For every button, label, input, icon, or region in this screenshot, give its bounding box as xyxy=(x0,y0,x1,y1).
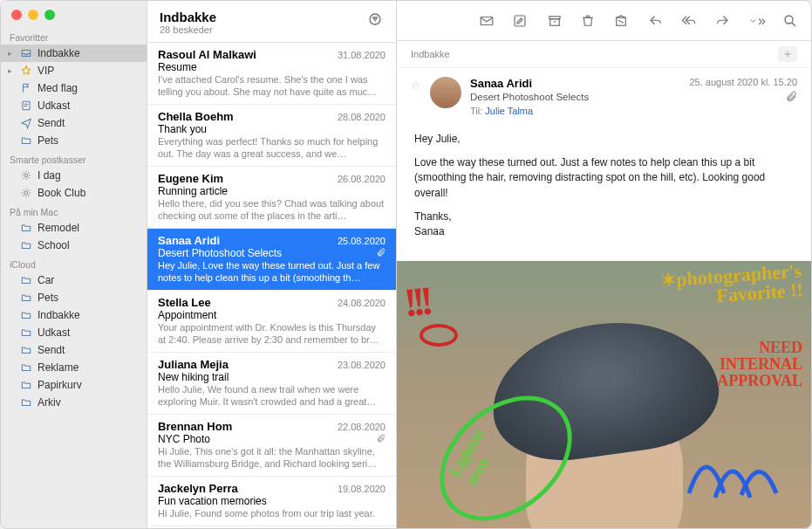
message-row[interactable]: Chella Boehm 28.08.2020 Thank you Everyt… xyxy=(147,105,396,167)
sidebar-item-remodel[interactable]: Remodel xyxy=(1,219,147,237)
sidebar-item-label: Pets xyxy=(38,134,58,147)
sidebar-item-papirkurv[interactable]: Papirkurv xyxy=(1,376,147,394)
sidebar-item-sendt[interactable]: Sendt xyxy=(1,114,147,132)
sidebar-item-i-dag[interactable]: I dag xyxy=(1,167,147,184)
chevron-right-icon[interactable]: ▸ xyxy=(8,66,15,75)
message-row[interactable]: Brennan Hom 22.08.2020 NYC Photo Hi Juli… xyxy=(147,415,396,477)
message-list-pane: Indbakke 28 beskeder Rasoul Al Malkawi 3… xyxy=(147,1,397,528)
inbox-icon xyxy=(20,47,32,59)
sidebar-item-indbakke[interactable]: Indbakke xyxy=(1,306,147,324)
message-subject: Appointment xyxy=(158,309,216,321)
attachment-icon xyxy=(376,248,386,259)
message-date: 23.08.2020 xyxy=(338,360,386,370)
folder-icon xyxy=(20,361,32,374)
reply-icon[interactable] xyxy=(647,12,665,30)
message-preview: Hey Julie, Love the way these turned out… xyxy=(158,259,386,284)
sidebar-item-indbakke[interactable]: ▸Indbakke xyxy=(1,45,147,62)
folder-icon xyxy=(20,326,32,339)
sidebar-item-med-flag[interactable]: Med flag xyxy=(1,79,147,97)
sidebar-item-label: VIP xyxy=(38,65,54,77)
mail-window: Favoritter▸Indbakke▸VIPMed flagUdkastSen… xyxy=(0,0,812,529)
sidebar-item-udkast[interactable]: Udkast xyxy=(1,97,147,114)
envelope-icon[interactable] xyxy=(478,12,495,30)
message-date: 24.08.2020 xyxy=(338,298,386,308)
sidebar-item-label: Reklame xyxy=(38,361,78,374)
more-icon[interactable]: » xyxy=(748,12,766,30)
close-window-button[interactable] xyxy=(11,10,22,20)
junk-icon[interactable] xyxy=(612,12,630,30)
sidebar-item-vip[interactable]: ▸VIP xyxy=(1,62,147,79)
message-sender: Eugene Kim xyxy=(158,172,223,185)
to-recipient[interactable]: Julie Talma xyxy=(485,106,533,116)
attachment-icon[interactable] xyxy=(689,91,797,105)
trash-icon[interactable] xyxy=(579,12,597,30)
message-sender: Jackelyn Perra xyxy=(158,482,238,495)
svg-line-15 xyxy=(618,20,624,23)
window-controls xyxy=(1,1,147,27)
sidebar-item-label: School xyxy=(38,239,70,251)
folder-icon xyxy=(20,344,32,356)
message-header: ☆ Sanaa Aridi Desert Photoshoot Selects … xyxy=(397,68,811,123)
zoom-window-button[interactable] xyxy=(44,10,55,20)
svg-point-3 xyxy=(24,174,28,177)
compose-icon[interactable] xyxy=(511,12,529,30)
message-list[interactable]: Rasoul Al Malkawi 31.08.2020 Resume I've… xyxy=(147,43,396,528)
add-tab-button[interactable]: ＋ xyxy=(778,46,797,62)
message-subject: New hiking trail xyxy=(158,371,229,383)
breadcrumb[interactable]: Indbakke xyxy=(411,49,450,59)
sidebar-item-pets[interactable]: Pets xyxy=(1,132,147,149)
toolbar: » xyxy=(397,1,811,41)
subject-line: Desert Photoshoot Selects xyxy=(470,91,680,104)
message-subject: Fun vacation memories xyxy=(158,495,267,507)
favorite-star-icon[interactable]: ☆ xyxy=(411,77,421,116)
message-sender: Chella Boehm xyxy=(158,110,234,123)
message-preview: Everything was perfect! Thanks so much f… xyxy=(158,135,386,160)
list-subtitle: 28 beskeder xyxy=(160,24,216,35)
annotation-exclaim: !!! xyxy=(402,278,430,326)
minimize-window-button[interactable] xyxy=(28,10,38,20)
sidebar-item-pets[interactable]: Pets xyxy=(1,289,147,306)
sidebar-item-book-club[interactable]: Book Club xyxy=(1,184,147,202)
sidebar-item-label: Pets xyxy=(38,292,58,304)
sidebar-item-udkast[interactable]: Udkast xyxy=(1,324,147,341)
folder-icon xyxy=(20,222,32,234)
reply-all-icon[interactable] xyxy=(680,12,698,30)
folder-icon xyxy=(20,309,32,321)
sidebar-item-reklame[interactable]: Reklame xyxy=(1,359,147,376)
message-row[interactable]: Juliana Mejia 23.08.2020 New hiking trai… xyxy=(147,353,396,415)
annotation-favorite: ✶photographer's Favorite !! xyxy=(659,261,803,309)
message-row[interactable]: Sanaa Aridi 25.08.2020 Desert Photoshoot… xyxy=(147,229,396,291)
forward-icon[interactable] xyxy=(713,12,731,30)
body-sign: Sanaa xyxy=(414,225,445,237)
chevron-right-icon[interactable]: ▸ xyxy=(8,49,15,58)
svg-rect-12 xyxy=(550,18,560,25)
sidebar-item-label: Sendt xyxy=(38,344,65,356)
message-preview: I've attached Carol's resume. She's the … xyxy=(158,73,386,98)
message-row[interactable]: Eugene Kim 26.08.2020 Running article He… xyxy=(147,167,396,229)
sidebar-item-school[interactable]: School xyxy=(1,237,147,254)
message-sender: Juliana Mejia xyxy=(158,358,229,371)
sidebar-item-car[interactable]: Car xyxy=(1,271,147,289)
svg-point-4 xyxy=(24,191,28,195)
filter-icon[interactable] xyxy=(366,10,384,27)
message-body: Hey Julie, Love the way these turned out… xyxy=(397,123,811,261)
archive-icon[interactable] xyxy=(546,12,563,30)
from-name[interactable]: Sanaa Aridi xyxy=(470,77,680,91)
sidebar-item-sendt[interactable]: Sendt xyxy=(1,341,147,359)
message-sender: Rasoul Al Malkawi xyxy=(158,48,256,61)
sidebar-item-label: Udkast xyxy=(38,326,70,339)
annotation-exclaim-oval xyxy=(420,324,458,347)
message-row[interactable]: Jackelyn Perra 19.08.2020 Fun vacation m… xyxy=(147,477,396,526)
body-thanks: Thanks, xyxy=(414,210,452,223)
message-sender: Sanaa Aridi xyxy=(158,234,220,247)
message-row[interactable]: Rasoul Al Malkawi 31.08.2020 Resume I've… xyxy=(147,43,396,105)
attachment-image[interactable]: !!! ✶photographer's Favorite !! NEED INT… xyxy=(397,261,811,528)
message-subject: Running article xyxy=(158,185,228,197)
message-date: 25. august 2020 kl. 15.20 xyxy=(689,77,797,87)
sidebar-item-label: Book Club xyxy=(38,187,85,199)
sidebar-section-label: På min Mac xyxy=(1,202,147,219)
sidebar-item-arkiv[interactable]: Arkiv xyxy=(1,394,147,411)
search-icon[interactable] xyxy=(781,12,799,30)
sidebar: Favoritter▸Indbakke▸VIPMed flagUdkastSen… xyxy=(1,1,147,528)
message-row[interactable]: Stella Lee 24.08.2020 Appointment Your a… xyxy=(147,291,396,353)
